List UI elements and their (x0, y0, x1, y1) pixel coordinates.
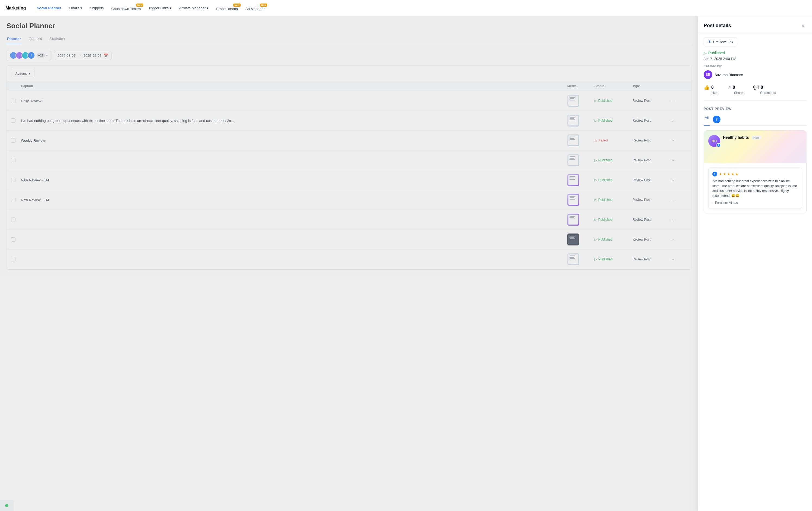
creator-name: Suvarna Bhamare (715, 73, 743, 77)
nav-label-countdown-timers: Countdown Timers (111, 7, 141, 11)
nav-item-social-planner[interactable]: Social Planner (34, 4, 65, 12)
comments-label: Comments (760, 91, 776, 95)
overlay (0, 16, 698, 511)
nav-label-affiliate-manager: Affiliate Manager (179, 6, 206, 10)
nav-label-brand-boards: Brand Boards (216, 7, 238, 11)
nav-wrap-affiliate: Affiliate Manager ▾ (176, 4, 212, 12)
nav-wrap-snippets: Snippets (87, 4, 107, 12)
star-5: ★ (735, 172, 739, 176)
thumbs-up-icon: 👍 (704, 85, 709, 90)
nav-item-countdown-timers[interactable]: New Countdown Timers (108, 3, 144, 13)
post-details-panel: Post details ✕ 👁 Preview Link ▷ Publishe… (698, 16, 812, 511)
shares-label: Shares (734, 91, 744, 95)
nav-item-affiliate-manager[interactable]: Affiliate Manager ▾ (176, 4, 212, 12)
chevron-down-icon: ▾ (80, 6, 82, 10)
detail-status: ▷ Published (704, 51, 807, 55)
post-preview-title: POST PREVIEW (704, 107, 807, 111)
share-icon: ↗ (727, 85, 731, 90)
stats-row: 👍 0 Likes ↗ 0 Shares 💬 0 (704, 85, 807, 100)
star-3: ★ (727, 172, 730, 176)
now-badge: Now (752, 136, 761, 140)
published-play-icon: ▷ (704, 51, 707, 55)
author-avatar: HH f (708, 135, 720, 147)
post-card-review: f ★ ★ ★ ★ ★ I've had nothing but great e… (704, 163, 806, 213)
post-card-header: HH f Healthy habits Now (704, 130, 806, 163)
review-top: f ★ ★ ★ ★ ★ (712, 172, 798, 177)
detail-status-label: Published (708, 51, 725, 55)
shares-count: 0 (733, 85, 735, 90)
panel-body: 👁 Preview Link ▷ Published Jan 7, 2025 2… (698, 33, 812, 511)
stat-comments: 💬 0 Comments (753, 85, 776, 95)
countdown-new-badge: New (136, 3, 144, 7)
panel-top: Post details ✕ (698, 16, 812, 33)
brand-label: Marketing (5, 6, 26, 10)
facebook-icon: f (713, 116, 721, 123)
nav-wrap-ad-manager: New Ad Manager (242, 3, 268, 13)
stat-shares: ↗ 0 Shares (727, 85, 744, 95)
ad-manager-new-badge: New (260, 3, 267, 7)
stat-likes: 👍 0 Likes (704, 85, 718, 95)
review-source: – Furniture Vistas (712, 201, 798, 205)
nav-label-emails: Emails (69, 6, 79, 10)
main-content: Social Planner Planner Content Statistic… (0, 16, 812, 511)
nav-label-snippets: Snippets (90, 6, 104, 10)
nav-items-list: Social Planner Emails ▾ Snippets New Cou… (34, 3, 268, 13)
preview-tab-all-label: All (705, 116, 708, 120)
fb-badge: f (717, 143, 721, 147)
author-info: Healthy habits Now (723, 135, 761, 140)
star-4: ★ (731, 172, 734, 176)
nav-item-emails[interactable]: Emails ▾ (65, 4, 86, 12)
nav-item-brand-boards[interactable]: New Brand Boards (213, 3, 241, 13)
likes-label: Likes (711, 91, 718, 95)
chevron-down-icon-trigger: ▾ (170, 6, 172, 10)
nav-wrap-brand-boards: New Brand Boards (213, 3, 241, 13)
nav-label-trigger-links: Trigger Links (148, 6, 169, 10)
nav-item-ad-manager[interactable]: New Ad Manager (242, 3, 268, 13)
preview-tab-facebook[interactable]: f (712, 114, 722, 125)
star-rating: ★ ★ ★ ★ ★ (719, 172, 739, 176)
creator-avatar: SB (704, 70, 712, 79)
nav-label-ad-manager: Ad Manager (245, 7, 265, 11)
detail-date: Jan 7, 2025 2:00 PM (704, 57, 807, 61)
brand-boards-new-badge: New (233, 3, 241, 7)
nav-label-social-planner: Social Planner (37, 6, 61, 10)
creator-initials: SB (706, 73, 710, 77)
top-navigation: Marketing Social Planner Emails ▾ Snippe… (0, 0, 812, 16)
created-by-label: Created by: (704, 64, 807, 68)
nav-wrap-social-planner: Social Planner (34, 4, 65, 12)
comment-icon: 💬 (753, 85, 759, 90)
likes-count: 0 (711, 85, 714, 90)
preview-link-button[interactable]: 👁 Preview Link (704, 37, 737, 47)
preview-tabs: All f (704, 114, 807, 126)
comments-count: 0 (761, 85, 763, 90)
panel-title: Post details (704, 23, 731, 29)
nav-wrap-countdown: New Countdown Timers (108, 3, 144, 13)
nav-item-snippets[interactable]: Snippets (87, 4, 107, 12)
preview-link-label: Preview Link (713, 40, 733, 44)
eye-icon: 👁 (708, 40, 712, 44)
nav-item-trigger-links[interactable]: Trigger Links ▾ (145, 4, 175, 12)
close-button[interactable]: ✕ (799, 22, 807, 29)
post-preview-card: HH f Healthy habits Now f (704, 130, 807, 213)
author-name: Healthy habits (723, 135, 749, 140)
creator-row: SB Suvarna Bhamare (704, 70, 807, 79)
chevron-down-icon-affiliate: ▾ (207, 6, 209, 10)
post-preview-section: POST PREVIEW All f HH f (704, 107, 807, 213)
author-initials: HH (712, 139, 717, 143)
review-card: f ★ ★ ★ ★ ★ I've had nothing but great e… (708, 168, 802, 209)
star-2: ★ (723, 172, 726, 176)
left-panel: Social Planner Planner Content Statistic… (0, 16, 698, 511)
review-text: I've had nothing but great experiences w… (712, 179, 798, 198)
star-1: ★ (719, 172, 722, 176)
review-fb-icon: f (712, 172, 717, 177)
nav-wrap-emails: Emails ▾ (65, 4, 86, 12)
nav-wrap-trigger-links: Trigger Links ▾ (145, 4, 175, 12)
preview-tab-all[interactable]: All (704, 114, 709, 125)
